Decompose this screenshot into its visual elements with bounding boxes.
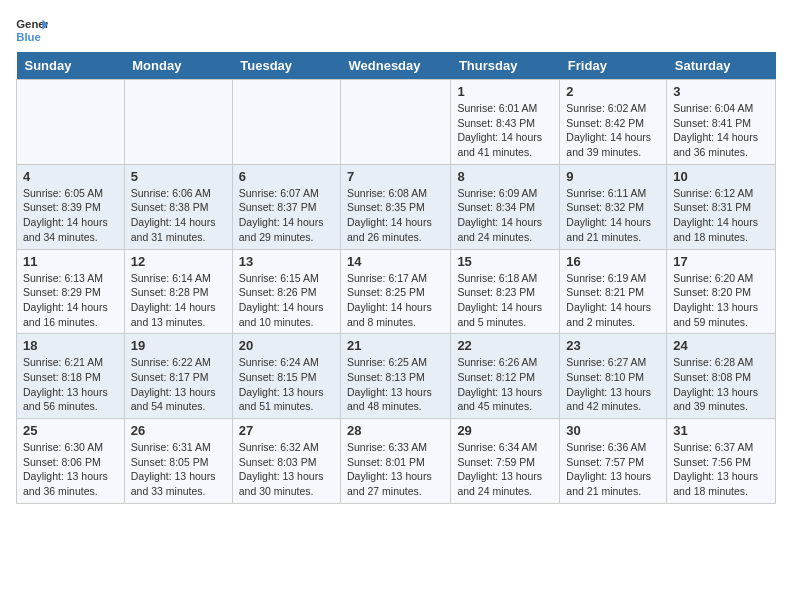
calendar-cell: 22Sunrise: 6:26 AMSunset: 8:12 PMDayligh…: [451, 334, 560, 419]
day-info: Sunrise: 6:30 AMSunset: 8:06 PMDaylight:…: [23, 440, 118, 499]
day-info: Sunrise: 6:21 AMSunset: 8:18 PMDaylight:…: [23, 355, 118, 414]
day-info: Sunrise: 6:27 AMSunset: 8:10 PMDaylight:…: [566, 355, 660, 414]
calendar-cell: 14Sunrise: 6:17 AMSunset: 8:25 PMDayligh…: [341, 249, 451, 334]
calendar-cell: [232, 80, 340, 165]
day-number: 5: [131, 169, 226, 184]
day-number: 21: [347, 338, 444, 353]
calendar-cell: 8Sunrise: 6:09 AMSunset: 8:34 PMDaylight…: [451, 164, 560, 249]
calendar-cell: 24Sunrise: 6:28 AMSunset: 8:08 PMDayligh…: [667, 334, 776, 419]
day-info: Sunrise: 6:05 AMSunset: 8:39 PMDaylight:…: [23, 186, 118, 245]
calendar-cell: 11Sunrise: 6:13 AMSunset: 8:29 PMDayligh…: [17, 249, 125, 334]
weekday-header-friday: Friday: [560, 52, 667, 80]
calendar-cell: 31Sunrise: 6:37 AMSunset: 7:56 PMDayligh…: [667, 419, 776, 504]
day-info: Sunrise: 6:15 AMSunset: 8:26 PMDaylight:…: [239, 271, 334, 330]
day-number: 30: [566, 423, 660, 438]
day-number: 2: [566, 84, 660, 99]
day-info: Sunrise: 6:24 AMSunset: 8:15 PMDaylight:…: [239, 355, 334, 414]
day-info: Sunrise: 6:18 AMSunset: 8:23 PMDaylight:…: [457, 271, 553, 330]
day-number: 28: [347, 423, 444, 438]
calendar-cell: 10Sunrise: 6:12 AMSunset: 8:31 PMDayligh…: [667, 164, 776, 249]
calendar-cell: 15Sunrise: 6:18 AMSunset: 8:23 PMDayligh…: [451, 249, 560, 334]
day-number: 12: [131, 254, 226, 269]
calendar-cell: 1Sunrise: 6:01 AMSunset: 8:43 PMDaylight…: [451, 80, 560, 165]
day-number: 9: [566, 169, 660, 184]
day-number: 29: [457, 423, 553, 438]
calendar-body: 1Sunrise: 6:01 AMSunset: 8:43 PMDaylight…: [17, 80, 776, 504]
calendar-cell: 27Sunrise: 6:32 AMSunset: 8:03 PMDayligh…: [232, 419, 340, 504]
day-info: Sunrise: 6:32 AMSunset: 8:03 PMDaylight:…: [239, 440, 334, 499]
day-info: Sunrise: 6:04 AMSunset: 8:41 PMDaylight:…: [673, 101, 769, 160]
day-number: 13: [239, 254, 334, 269]
day-number: 19: [131, 338, 226, 353]
calendar-cell: 28Sunrise: 6:33 AMSunset: 8:01 PMDayligh…: [341, 419, 451, 504]
calendar-week-5: 25Sunrise: 6:30 AMSunset: 8:06 PMDayligh…: [17, 419, 776, 504]
day-info: Sunrise: 6:20 AMSunset: 8:20 PMDaylight:…: [673, 271, 769, 330]
calendar-cell: 16Sunrise: 6:19 AMSunset: 8:21 PMDayligh…: [560, 249, 667, 334]
day-number: 15: [457, 254, 553, 269]
logo-icon: General Blue: [16, 16, 48, 44]
day-info: Sunrise: 6:08 AMSunset: 8:35 PMDaylight:…: [347, 186, 444, 245]
calendar-week-3: 11Sunrise: 6:13 AMSunset: 8:29 PMDayligh…: [17, 249, 776, 334]
page-header: General Blue: [16, 16, 776, 44]
calendar-cell: 4Sunrise: 6:05 AMSunset: 8:39 PMDaylight…: [17, 164, 125, 249]
day-info: Sunrise: 6:22 AMSunset: 8:17 PMDaylight:…: [131, 355, 226, 414]
day-number: 16: [566, 254, 660, 269]
calendar-cell: 29Sunrise: 6:34 AMSunset: 7:59 PMDayligh…: [451, 419, 560, 504]
day-number: 24: [673, 338, 769, 353]
weekday-header-wednesday: Wednesday: [341, 52, 451, 80]
day-info: Sunrise: 6:14 AMSunset: 8:28 PMDaylight:…: [131, 271, 226, 330]
calendar-cell: 3Sunrise: 6:04 AMSunset: 8:41 PMDaylight…: [667, 80, 776, 165]
calendar-cell: [17, 80, 125, 165]
calendar-cell: 5Sunrise: 6:06 AMSunset: 8:38 PMDaylight…: [124, 164, 232, 249]
day-number: 14: [347, 254, 444, 269]
day-number: 20: [239, 338, 334, 353]
day-number: 7: [347, 169, 444, 184]
day-info: Sunrise: 6:34 AMSunset: 7:59 PMDaylight:…: [457, 440, 553, 499]
day-number: 6: [239, 169, 334, 184]
calendar-week-1: 1Sunrise: 6:01 AMSunset: 8:43 PMDaylight…: [17, 80, 776, 165]
day-info: Sunrise: 6:13 AMSunset: 8:29 PMDaylight:…: [23, 271, 118, 330]
calendar-week-2: 4Sunrise: 6:05 AMSunset: 8:39 PMDaylight…: [17, 164, 776, 249]
day-number: 26: [131, 423, 226, 438]
calendar-cell: 30Sunrise: 6:36 AMSunset: 7:57 PMDayligh…: [560, 419, 667, 504]
day-info: Sunrise: 6:25 AMSunset: 8:13 PMDaylight:…: [347, 355, 444, 414]
day-info: Sunrise: 6:31 AMSunset: 8:05 PMDaylight:…: [131, 440, 226, 499]
day-number: 17: [673, 254, 769, 269]
day-info: Sunrise: 6:01 AMSunset: 8:43 PMDaylight:…: [457, 101, 553, 160]
calendar-header: SundayMondayTuesdayWednesdayThursdayFrid…: [17, 52, 776, 80]
day-info: Sunrise: 6:11 AMSunset: 8:32 PMDaylight:…: [566, 186, 660, 245]
day-number: 27: [239, 423, 334, 438]
weekday-header-sunday: Sunday: [17, 52, 125, 80]
day-info: Sunrise: 6:37 AMSunset: 7:56 PMDaylight:…: [673, 440, 769, 499]
calendar-week-4: 18Sunrise: 6:21 AMSunset: 8:18 PMDayligh…: [17, 334, 776, 419]
logo: General Blue: [16, 16, 48, 44]
day-number: 22: [457, 338, 553, 353]
calendar-cell: 20Sunrise: 6:24 AMSunset: 8:15 PMDayligh…: [232, 334, 340, 419]
calendar-cell: 6Sunrise: 6:07 AMSunset: 8:37 PMDaylight…: [232, 164, 340, 249]
day-info: Sunrise: 6:26 AMSunset: 8:12 PMDaylight:…: [457, 355, 553, 414]
day-info: Sunrise: 6:17 AMSunset: 8:25 PMDaylight:…: [347, 271, 444, 330]
day-number: 8: [457, 169, 553, 184]
day-number: 18: [23, 338, 118, 353]
calendar-cell: 26Sunrise: 6:31 AMSunset: 8:05 PMDayligh…: [124, 419, 232, 504]
svg-text:Blue: Blue: [16, 31, 41, 43]
calendar-cell: 7Sunrise: 6:08 AMSunset: 8:35 PMDaylight…: [341, 164, 451, 249]
calendar-table: SundayMondayTuesdayWednesdayThursdayFrid…: [16, 52, 776, 504]
calendar-cell: [124, 80, 232, 165]
day-info: Sunrise: 6:09 AMSunset: 8:34 PMDaylight:…: [457, 186, 553, 245]
calendar-cell: 23Sunrise: 6:27 AMSunset: 8:10 PMDayligh…: [560, 334, 667, 419]
day-info: Sunrise: 6:28 AMSunset: 8:08 PMDaylight:…: [673, 355, 769, 414]
weekday-header-row: SundayMondayTuesdayWednesdayThursdayFrid…: [17, 52, 776, 80]
day-number: 23: [566, 338, 660, 353]
weekday-header-thursday: Thursday: [451, 52, 560, 80]
calendar-cell: 9Sunrise: 6:11 AMSunset: 8:32 PMDaylight…: [560, 164, 667, 249]
day-info: Sunrise: 6:07 AMSunset: 8:37 PMDaylight:…: [239, 186, 334, 245]
calendar-cell: 17Sunrise: 6:20 AMSunset: 8:20 PMDayligh…: [667, 249, 776, 334]
day-number: 25: [23, 423, 118, 438]
day-number: 4: [23, 169, 118, 184]
calendar-cell: 21Sunrise: 6:25 AMSunset: 8:13 PMDayligh…: [341, 334, 451, 419]
day-info: Sunrise: 6:12 AMSunset: 8:31 PMDaylight:…: [673, 186, 769, 245]
calendar-cell: 2Sunrise: 6:02 AMSunset: 8:42 PMDaylight…: [560, 80, 667, 165]
day-info: Sunrise: 6:02 AMSunset: 8:42 PMDaylight:…: [566, 101, 660, 160]
weekday-header-monday: Monday: [124, 52, 232, 80]
